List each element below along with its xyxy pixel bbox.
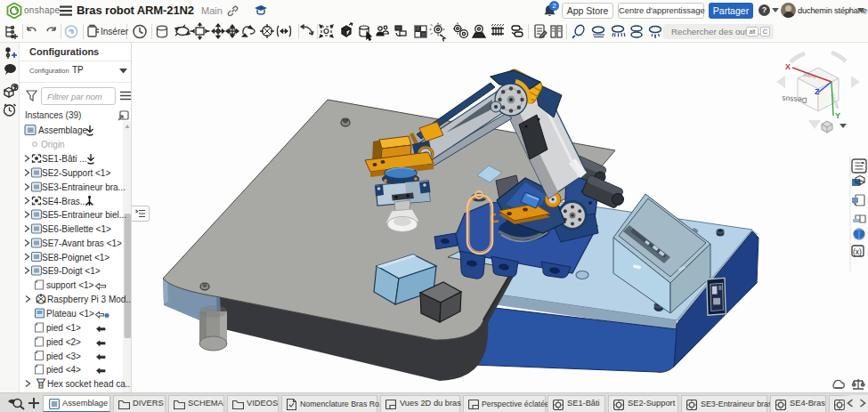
svg-text:pied <3>: pied <3> <box>46 351 81 361</box>
svg-text:Assemblage: Assemblage <box>38 125 87 135</box>
svg-text:X: X <box>785 62 791 71</box>
svg-text:Plateau <1>: Plateau <1> <box>46 309 94 319</box>
svg-text:Y: Y <box>835 111 840 120</box>
svg-text:support <1>: support <1> <box>46 280 94 290</box>
svg-text:SE8-Poignet <1>: SE8-Poignet <1> <box>42 253 110 263</box>
svg-text:SE9-Doigt <1>: SE9-Doigt <1> <box>42 266 101 276</box>
svg-text:Dessus: Dessus <box>782 94 807 105</box>
svg-text:Origin: Origin <box>41 140 65 149</box>
svg-text:Insérer: Insérer <box>101 27 129 36</box>
svg-text:SE3-Entraineur bra...: SE3-Entraineur bra... <box>42 182 126 192</box>
svg-text:SE1-Bâti ...: SE1-Bâti ... <box>42 154 87 164</box>
svg-text:?: ? <box>13 85 17 91</box>
svg-text:pied <2>: pied <2> <box>46 337 81 347</box>
svg-text:SE6-Biellette <1>: SE6-Biellette <1> <box>42 224 111 234</box>
svg-text:Z: Z <box>815 87 820 96</box>
svg-text:SE7-Avant bras <1>: SE7-Avant bras <1> <box>42 238 122 248</box>
svg-text:pied <1>: pied <1> <box>46 323 81 333</box>
svg-text:SE2-Support <1>: SE2-Support <1> <box>42 168 110 178</box>
svg-text:Hex socket head ca...: Hex socket head ca... <box>47 379 132 389</box>
svg-text:Raspberry Pi 3 Mod...: Raspberry Pi 3 Mod... <box>47 295 132 304</box>
svg-text:SE5-Entraineur biel...: SE5-Entraineur biel... <box>42 210 126 220</box>
svg-text:pied <4>: pied <4> <box>46 365 81 375</box>
svg-text:SE4-Bras...: SE4-Bras... <box>42 197 87 206</box>
svg-text:(x): (x) <box>853 247 862 256</box>
